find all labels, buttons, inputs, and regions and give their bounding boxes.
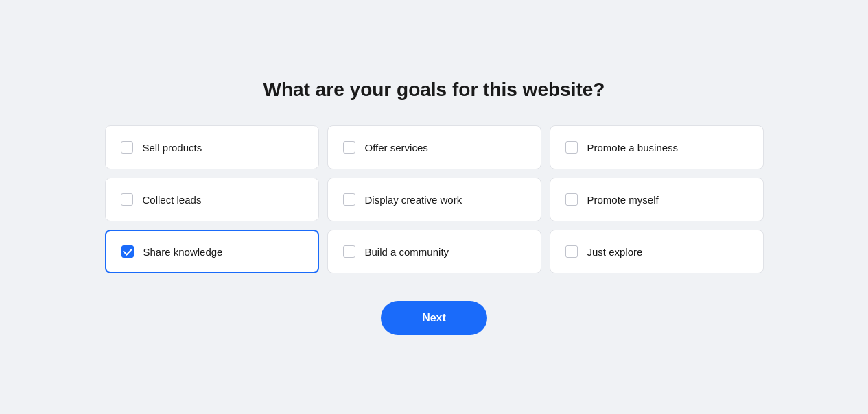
- option-card-display-creative-work[interactable]: Display creative work: [327, 178, 541, 221]
- main-container: What are your goals for this website? Se…: [91, 51, 777, 363]
- next-button[interactable]: Next: [381, 301, 487, 335]
- checkbox-build-community: [343, 245, 355, 258]
- option-label-sell-products: Sell products: [143, 142, 202, 154]
- checkbox-collect-leads: [121, 193, 133, 206]
- option-label-just-explore: Just explore: [587, 246, 643, 258]
- option-label-collect-leads: Collect leads: [143, 194, 202, 206]
- option-label-promote-myself: Promote myself: [587, 194, 659, 206]
- option-card-just-explore[interactable]: Just explore: [550, 230, 764, 273]
- checkbox-promote-business: [565, 141, 578, 154]
- page-title: What are your goals for this website?: [263, 79, 605, 101]
- checkbox-sell-products: [121, 141, 133, 154]
- option-card-promote-myself[interactable]: Promote myself: [550, 178, 764, 221]
- option-card-collect-leads[interactable]: Collect leads: [105, 178, 319, 221]
- checkbox-share-knowledge: [121, 245, 134, 258]
- option-card-sell-products[interactable]: Sell products: [105, 125, 319, 169]
- option-label-offer-services: Offer services: [365, 142, 428, 154]
- option-label-promote-business: Promote a business: [587, 142, 679, 154]
- checkbox-promote-myself: [565, 193, 578, 206]
- option-label-share-knowledge: Share knowledge: [143, 246, 223, 258]
- option-label-display-creative-work: Display creative work: [365, 194, 462, 206]
- option-card-promote-business[interactable]: Promote a business: [550, 125, 764, 169]
- option-label-build-community: Build a community: [365, 246, 449, 258]
- option-card-offer-services[interactable]: Offer services: [327, 125, 541, 169]
- checkbox-offer-services: [343, 141, 355, 154]
- option-card-share-knowledge[interactable]: Share knowledge: [105, 230, 319, 273]
- options-grid: Sell productsOffer servicesPromote a bus…: [105, 125, 764, 273]
- checkbox-just-explore: [565, 245, 578, 258]
- option-card-build-community[interactable]: Build a community: [327, 230, 541, 273]
- checkbox-display-creative-work: [343, 193, 355, 206]
